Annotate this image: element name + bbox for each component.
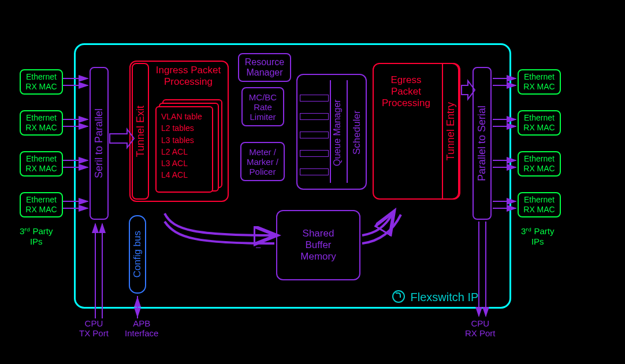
mcbc-rate-limiter: MC/BC Rate Limiter xyxy=(241,87,284,126)
cpu-tx-label: CPU TX Port xyxy=(79,318,109,338)
meter-marker-policer: Meter / Marker / Policer xyxy=(240,142,285,181)
third-party-left: 3ʳᵈ Party IPs xyxy=(20,226,53,246)
ethernet-rx-mac-right-4: EthernetRX MAC xyxy=(518,192,561,217)
scheduler-label: Scheduler xyxy=(351,104,363,162)
ingress-item: L2 tables xyxy=(161,123,194,133)
ethernet-rx-mac-left-4: EthernetRX MAC xyxy=(20,192,63,217)
ingress-item: VLAN table xyxy=(161,112,202,121)
divider xyxy=(330,80,331,183)
queue-manager-label: Queue Manager xyxy=(332,95,343,170)
config-bus: Config bus xyxy=(129,215,146,294)
serial-to-parallel: Seril to Parallel xyxy=(90,67,109,220)
ethernet-rx-mac-left-2: EthernetRX MAC xyxy=(20,110,63,136)
shared-buffer-memory: Shared Buffer Memory xyxy=(276,210,360,280)
third-party-right: 3ʳᵈ Party IPs xyxy=(521,226,555,246)
mac-l1: Ethernet xyxy=(26,72,57,81)
ethernet-rx-mac-left-3: EthernetRX MAC xyxy=(20,151,63,177)
parallel-to-serial: Parallel to Serial xyxy=(473,67,492,220)
queue-bar xyxy=(300,95,329,102)
ingress-item: L2 ACL xyxy=(161,147,188,156)
ingress-title: Ingress Packet Processing xyxy=(148,65,229,88)
queue-bar xyxy=(300,168,329,175)
cpu-rx-label: CPU RX Port xyxy=(465,318,496,338)
brand-icon xyxy=(392,290,405,303)
ingress-item: L4 ACL xyxy=(161,170,188,179)
divider xyxy=(347,80,348,183)
ethernet-rx-mac-right-3: EthernetRX MAC xyxy=(518,151,561,177)
tunnel-entry: Tunnel Entry xyxy=(442,63,459,200)
apb-label: APB Interface xyxy=(125,318,158,338)
ingress-item: L3 ACL xyxy=(161,159,188,168)
ethernet-rx-mac-right-2: EthernetRX MAC xyxy=(518,110,561,136)
queue-bar xyxy=(300,113,329,120)
ingress-item: L3 tables xyxy=(161,136,194,145)
mac-l2: RX MAC xyxy=(25,82,57,91)
queue-bar xyxy=(300,150,329,157)
ethernet-rx-mac-right-1: EthernetRX MAC xyxy=(518,69,561,95)
queue-bar xyxy=(300,132,329,138)
ethernet-rx-mac-left-1: EthernetRX MAC xyxy=(20,69,63,95)
dash: – xyxy=(256,242,261,252)
brand-label: Flexswitch IP xyxy=(392,290,478,304)
resource-manager: Resource Manager xyxy=(238,53,291,82)
